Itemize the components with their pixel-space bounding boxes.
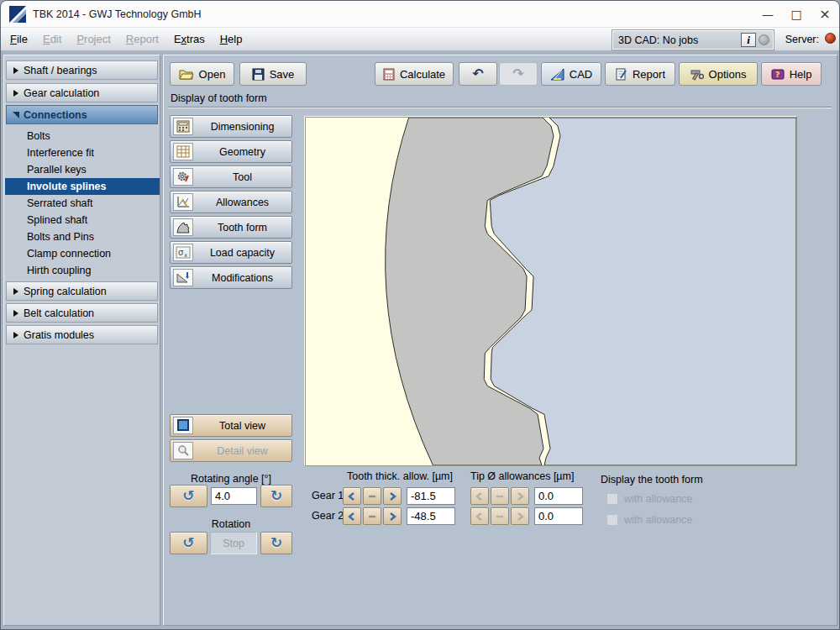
chevron-right-icon (387, 491, 397, 501)
close-button[interactable]: × (811, 3, 839, 25)
gear1-reset-button[interactable] (363, 487, 381, 505)
sidebar-item-bolts-and-pins[interactable]: Bolts and Pins (5, 228, 160, 245)
stop-button: Stop (210, 532, 257, 554)
sidebar-item-hirth-coupling[interactable]: Hirth coupling (5, 262, 160, 279)
save-button[interactable]: Save (239, 62, 307, 86)
cad-status-panel: 3D CAD: No jobs i (612, 30, 774, 50)
open-button[interactable]: Open (170, 62, 234, 86)
rotate-ccw-button[interactable]: ↺ (170, 485, 207, 507)
gear2-decrease-button[interactable] (343, 507, 361, 525)
server-status-indicator (825, 33, 836, 44)
tip1-allowance-input[interactable] (534, 487, 583, 505)
minimize-button[interactable]: — (753, 3, 782, 25)
dimensioning-button[interactable]: Dimensioning (170, 115, 292, 138)
gear2-increase-button[interactable] (383, 507, 402, 525)
section-title: Display of tooth form (171, 92, 267, 104)
rotation-ccw-button[interactable]: ↺ (170, 532, 207, 554)
rotate-cw-button[interactable]: ↻ (260, 485, 292, 507)
sidebar: Shaft / bearings Gear calculation Connec… (3, 55, 160, 626)
menu-file[interactable]: File (3, 29, 35, 49)
load-capacity-button[interactable]: σx Load capacity (170, 241, 292, 264)
undo-button[interactable]: ↶ (459, 62, 497, 86)
sidebar-item-splined-shaft[interactable]: Splined shaft (5, 212, 160, 228)
rotating-angle-input[interactable] (211, 487, 257, 505)
chevron-right-icon (13, 67, 18, 74)
main-panel: Open Save Calculate ↶ ↷ CAD Repo (163, 55, 837, 626)
separator-line (168, 107, 832, 108)
title-bar: TBK 2014 - GWJ Technology GmbH — □ × (1, 1, 839, 28)
magnifier-icon (173, 442, 193, 459)
tip2-allowance-input[interactable] (534, 507, 583, 525)
tooth-form-button[interactable]: Tooth form (170, 216, 292, 239)
sidebar-section-gear-calculation[interactable]: Gear calculation (6, 83, 158, 102)
calculator-icon (383, 68, 395, 81)
sidebar-item-involute-splines[interactable]: Involute splines (5, 178, 160, 195)
menu-help[interactable]: Help (213, 29, 250, 49)
report-document-icon (615, 68, 627, 81)
tip2-increase-button (511, 507, 529, 525)
sidebar-section-belt-calculation[interactable]: Belt calculation (6, 303, 158, 323)
tip2-decrease-button (470, 507, 489, 525)
geometry-button[interactable]: Geometry (170, 140, 292, 163)
sidebar-item-interference-fit[interactable]: Interference fit (5, 144, 160, 161)
chevron-right-icon (13, 310, 18, 317)
rotate-cw-icon: ↻ (270, 536, 282, 550)
minus-icon (495, 512, 505, 522)
gear1-decrease-button[interactable] (343, 487, 361, 505)
calculate-button[interactable]: Calculate (375, 62, 454, 86)
help-book-icon: ? (771, 68, 785, 81)
total-view-icon (173, 417, 193, 434)
cad-button[interactable]: CAD (541, 62, 601, 86)
chevron-left-icon (347, 512, 357, 522)
with-allowance-label-2: with allowance (624, 514, 692, 526)
svg-text:x: x (184, 252, 187, 259)
sidebar-section-gratis-modules[interactable]: Gratis modules (6, 325, 158, 344)
rotate-ccw-icon: ↺ (182, 536, 194, 550)
server-label: Server: (785, 34, 819, 45)
allowances-button[interactable]: Allowances (170, 191, 292, 213)
maximize-button[interactable]: □ (782, 3, 811, 25)
modifications-button[interactable]: Modifications (170, 266, 292, 289)
dimensioning-icon (173, 118, 193, 135)
menu-extras[interactable]: Extras (166, 29, 213, 49)
info-icon[interactable]: i (741, 33, 756, 47)
cad-ruler-icon (550, 68, 564, 81)
tip1-increase-button (511, 487, 529, 505)
chevron-left-icon (475, 491, 485, 501)
display-tooth-form-label: Display the tooth form (601, 474, 703, 486)
sidebar-item-clamp-connection[interactable]: Clamp connection (5, 245, 160, 262)
tool-button[interactable]: Tool (170, 165, 292, 188)
app-logo-icon (9, 6, 26, 23)
minus-icon (367, 491, 377, 501)
sidebar-item-parallel-keys[interactable]: Parallel keys (5, 161, 160, 178)
sidebar-section-shaft-bearings[interactable]: Shaft / bearings (6, 60, 158, 80)
cad-status-text: 3D CAD: No jobs (618, 34, 741, 46)
window-title: TBK 2014 - GWJ Technology GmbH (33, 8, 202, 20)
gear2-allowance-input[interactable] (407, 507, 455, 525)
redo-button: ↷ (499, 62, 538, 86)
menu-bar: File Edit Project Report Extras Help 3D … (1, 28, 839, 51)
gear1-increase-button[interactable] (383, 487, 402, 505)
gear2-reset-button[interactable] (363, 507, 381, 525)
rotate-ccw-icon: ↺ (182, 489, 194, 503)
report-button[interactable]: Report (605, 62, 675, 86)
gear1-allowance-input[interactable] (407, 487, 455, 505)
svg-text:σ: σ (178, 248, 184, 257)
sidebar-section-connections[interactable]: Connections (6, 105, 158, 124)
sidebar-item-bolts[interactable]: Bolts (5, 128, 160, 144)
chevron-expanded-icon (13, 112, 19, 118)
chevron-right-icon (515, 491, 525, 501)
tooth-form-plot (306, 118, 796, 465)
total-view-button[interactable]: Total view (170, 414, 292, 437)
tip1-reset-button (491, 487, 509, 505)
rotation-cw-button[interactable]: ↻ (260, 532, 292, 554)
minus-icon (367, 512, 377, 522)
gear1-label: Gear 1 (312, 490, 344, 501)
options-button[interactable]: Options (679, 62, 758, 86)
sidebar-item-serrated-shaft[interactable]: Serrated shaft (5, 195, 160, 212)
sidebar-section-spring-calculation[interactable]: Spring calculation (6, 281, 158, 301)
help-button[interactable]: ? Help (761, 62, 822, 86)
content-area: Shaft / bearings Gear calculation Connec… (1, 51, 840, 630)
load-capacity-icon: σx (173, 244, 193, 261)
chevron-left-icon (347, 491, 357, 501)
